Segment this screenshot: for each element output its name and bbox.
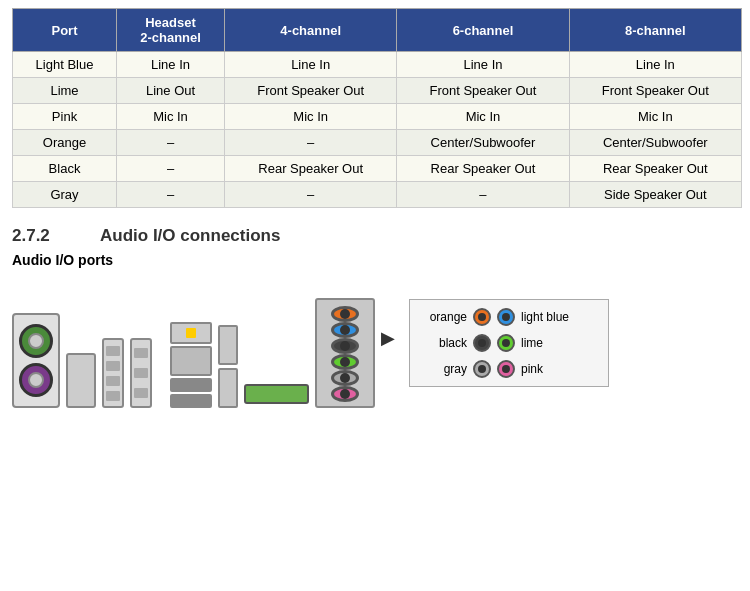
legend-label-lightblue: light blue [521, 310, 581, 324]
legend-label-pink: pink [521, 362, 581, 376]
legend-dot-pink-inner [502, 365, 510, 373]
legend-dot-orange-inner [478, 313, 486, 321]
ps2-green [19, 324, 53, 358]
page-wrapper: Port Headset2-channel 4-channel 6-channe… [0, 0, 750, 416]
legend-dot-black-inner [478, 339, 486, 347]
table-cell-4-3: Rear Speaker Out [397, 156, 569, 182]
table-cell-5-2: – [225, 182, 397, 208]
slim-slot-7 [134, 388, 148, 398]
slim-slot-5 [134, 348, 148, 358]
table-cell-0-0: Light Blue [13, 52, 117, 78]
table-cell-2-3: Mic In [397, 104, 569, 130]
slim-p1 [218, 325, 238, 365]
col-header-6ch: 6-channel [397, 9, 569, 52]
legend-dot-black [473, 334, 491, 352]
jack-lime-inner [340, 357, 350, 367]
slim-port-1 [102, 338, 124, 408]
net-slot-top [170, 322, 212, 344]
table-cell-5-0: Gray [13, 182, 117, 208]
table-cell-4-2: Rear Speaker Out [225, 156, 397, 182]
table-cell-1-4: Front Speaker Out [569, 78, 741, 104]
jack-gray-inner [340, 373, 350, 383]
green-connector [244, 384, 309, 404]
table-cell-3-3: Center/Subwoofer [397, 130, 569, 156]
legend-dot-gray [473, 360, 491, 378]
jack-orange [331, 306, 359, 322]
legend-label-orange: orange [422, 310, 467, 324]
slim-slot-3 [106, 376, 120, 386]
ps2-purple [19, 363, 53, 397]
legend-dot-blue [497, 308, 515, 326]
jack-black [331, 338, 359, 354]
legend-dot-lime [497, 334, 515, 352]
usb-slot-bottom [170, 378, 212, 392]
col-header-headset: Headset2-channel [117, 9, 225, 52]
jack-pink [331, 386, 359, 402]
slim-pair [218, 325, 238, 408]
audio-diagram: ▶ orange light blue black [12, 278, 738, 408]
slim-slot-4 [106, 391, 120, 401]
net-slot-main [170, 346, 212, 376]
jack-orange-inner [340, 309, 350, 319]
slim-p2 [218, 368, 238, 408]
legend-row-2: black lime [422, 334, 596, 352]
table-cell-4-4: Rear Speaker Out [569, 156, 741, 182]
table-cell-3-1: – [117, 130, 225, 156]
table-cell-1-0: Lime [13, 78, 117, 104]
jack-blue [331, 322, 359, 338]
slim-ports-group [102, 338, 124, 408]
table-cell-0-4: Line In [569, 52, 741, 78]
section-heading: 2.7.2 Audio I/O connections [12, 226, 738, 246]
table-cell-3-4: Center/Subwoofer [569, 130, 741, 156]
legend-dot-pink [497, 360, 515, 378]
table-cell-1-2: Front Speaker Out [225, 78, 397, 104]
col-header-port: Port [13, 9, 117, 52]
legend-dot-gray-inner [478, 365, 486, 373]
legend-dot-orange [473, 308, 491, 326]
table-cell-2-4: Mic In [569, 104, 741, 130]
jack-lime [331, 354, 359, 370]
slim-slot-1 [106, 346, 120, 356]
sub-heading: Audio I/O ports [12, 252, 738, 268]
audio-jacks [315, 298, 375, 408]
section-title: Audio I/O connections [100, 226, 280, 246]
usb-slot-bottom2 [170, 394, 212, 408]
table-cell-2-1: Mic In [117, 104, 225, 130]
table-cell-0-3: Line In [397, 52, 569, 78]
col-header-4ch: 4-channel [225, 9, 397, 52]
jack-blue-inner [340, 325, 350, 335]
section-number: 2.7.2 [12, 226, 72, 246]
slim-port-2 [130, 338, 152, 408]
table-cell-0-2: Line In [225, 52, 397, 78]
legend-label-lime: lime [521, 336, 581, 350]
green-connector-wrap [244, 384, 309, 404]
table-cell-3-0: Orange [13, 130, 117, 156]
table-cell-1-1: Line Out [117, 78, 225, 104]
table-cell-4-1: – [117, 156, 225, 182]
col-header-8ch: 8-channel [569, 9, 741, 52]
jack-black-inner [340, 341, 350, 351]
legend-label-black: black [422, 336, 467, 350]
ps2-purple-inner [28, 372, 44, 388]
ps2-green-inner [28, 333, 44, 349]
table-cell-1-3: Front Speaker Out [397, 78, 569, 104]
ps2-ports [12, 313, 60, 408]
legend-row-3: gray pink [422, 360, 596, 378]
table-cell-2-2: Mic In [225, 104, 397, 130]
small-port-1 [66, 353, 96, 408]
table-cell-5-1: – [117, 182, 225, 208]
table-cell-5-3: – [397, 182, 569, 208]
arrow-indicator: ▶ [381, 327, 395, 349]
slim-slot-2 [106, 361, 120, 371]
port-table: Port Headset2-channel 4-channel 6-channe… [12, 8, 742, 208]
table-cell-3-2: – [225, 130, 397, 156]
legend-dot-blue-inner [502, 313, 510, 321]
legend-dot-lime-inner [502, 339, 510, 347]
table-cell-4-0: Black [13, 156, 117, 182]
jack-gray [331, 370, 359, 386]
legend-label-gray: gray [422, 362, 467, 376]
legend-row-1: orange light blue [422, 308, 596, 326]
jack-pink-inner [340, 389, 350, 399]
net-led-top [186, 328, 196, 338]
table-cell-2-0: Pink [13, 104, 117, 130]
